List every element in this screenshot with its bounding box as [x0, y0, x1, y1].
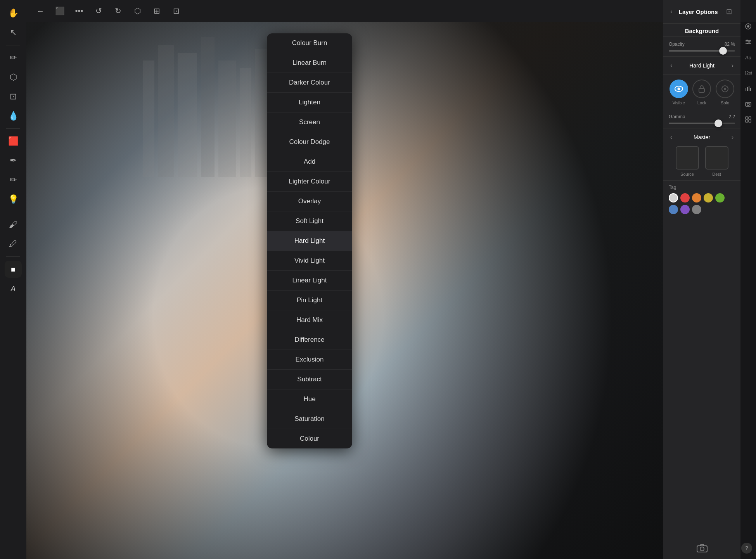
solo-button[interactable]: [716, 80, 734, 98]
blend-pin-light[interactable]: Pin Light: [267, 291, 352, 310]
master-prev[interactable]: ‹: [669, 132, 674, 142]
layer-options-header: ‹ Layer Options ⊡: [663, 0, 740, 24]
blend-colour-burn[interactable]: Colour Burn: [267, 33, 352, 53]
svg-rect-25: [746, 88, 746, 91]
opacity-slider-thumb[interactable]: [719, 47, 727, 55]
tag-dot-purple[interactable]: [680, 205, 690, 214]
tag-dot-gray[interactable]: [692, 205, 701, 214]
tool-divider-2: [6, 128, 20, 129]
gamma-slider-thumb[interactable]: [714, 119, 722, 127]
solo-control: Solo: [716, 80, 734, 105]
dest-thumb-box[interactable]: [705, 146, 728, 170]
opacity-slider-track[interactable]: [669, 50, 735, 52]
grid-button[interactable]: ⊡: [168, 3, 184, 19]
blend-soft-light[interactable]: Soft Light: [267, 211, 352, 231]
blend-linear-burn[interactable]: Linear Burn: [267, 53, 352, 73]
tool-text[interactable]: A: [5, 280, 22, 297]
blend-colour[interactable]: Colour: [267, 429, 352, 448]
gamma-section: Gamma 2.2: [663, 110, 740, 128]
text-style-icon-btn[interactable]: Aa: [742, 51, 754, 64]
share-button[interactable]: ⬡: [130, 3, 145, 19]
tool-erase[interactable]: 🖊: [5, 235, 22, 253]
help-button[interactable]: ?: [741, 543, 752, 554]
tag-dot-yellow[interactable]: [704, 193, 713, 202]
blend-hard-mix[interactable]: Hard Mix: [267, 310, 352, 330]
blend-difference[interactable]: Difference: [267, 330, 352, 350]
color-icon-btn[interactable]: [742, 20, 754, 33]
tag-dot-orange[interactable]: [692, 193, 701, 202]
master-next[interactable]: ›: [730, 132, 735, 142]
undo-button[interactable]: ↺: [91, 3, 106, 19]
blend-linear-light[interactable]: Linear Light: [267, 271, 352, 291]
svg-rect-34: [749, 120, 751, 122]
tool-fill[interactable]: 🟥: [5, 133, 22, 150]
histogram-icon-btn[interactable]: [742, 82, 754, 95]
tag-dot-green[interactable]: [715, 193, 725, 202]
svg-rect-28: [750, 88, 751, 91]
blend-lighter-colour[interactable]: Lighter Colour: [267, 172, 352, 192]
visible-control: Visible: [670, 80, 688, 105]
tool-shape[interactable]: ⬡: [5, 69, 22, 86]
camera-preview-btn[interactable]: [742, 98, 754, 110]
blend-mode-dropdown: Colour Burn Linear Burn Darker Colour Li…: [267, 33, 352, 448]
blend-mode-next[interactable]: ›: [730, 61, 735, 71]
grid-view-btn[interactable]: [742, 113, 754, 126]
svg-rect-5: [240, 68, 251, 177]
solo-label: Solo: [721, 100, 729, 105]
layer-options-close[interactable]: ⊡: [723, 5, 735, 18]
top-toolbar: ← ⬛ ••• ↺ ↻ ⬡ ⊞ ⊡: [26, 0, 756, 22]
svg-rect-26: [747, 87, 748, 91]
blend-colour-dodge[interactable]: Colour Dodge: [267, 132, 352, 152]
back-button[interactable]: ←: [33, 3, 48, 19]
blend-hue[interactable]: Hue: [267, 389, 352, 409]
blend-overlay[interactable]: Overlay: [267, 192, 352, 211]
blend-vivid-light[interactable]: Vivid Light: [267, 251, 352, 271]
blend-lighten[interactable]: Lighten: [267, 93, 352, 112]
svg-rect-31: [746, 117, 748, 119]
tool-smudge[interactable]: 💡: [5, 191, 22, 208]
blend-exclusion[interactable]: Exclusion: [267, 350, 352, 370]
opacity-label: Opacity: [669, 42, 685, 47]
blend-mode-prev[interactable]: ‹: [669, 61, 674, 71]
redo-button[interactable]: ↻: [110, 3, 126, 19]
blend-darker-colour[interactable]: Darker Colour: [267, 73, 352, 93]
blend-hard-light[interactable]: Hard Light: [267, 231, 352, 251]
color-wheel-icon: [745, 23, 751, 29]
visible-button[interactable]: [670, 80, 688, 98]
font-size-icon-btn[interactable]: 12pt: [742, 67, 754, 79]
tool-brush[interactable]: 🖌: [5, 216, 22, 233]
master-thumbnails: Source Dest: [669, 146, 735, 177]
camera-icon[interactable]: [695, 541, 709, 555]
adjustments-icon-btn[interactable]: [742, 36, 754, 48]
layer-options-back[interactable]: ‹: [669, 7, 674, 17]
more-button[interactable]: •••: [71, 3, 87, 19]
tool-draw[interactable]: ✏: [5, 49, 22, 66]
canvas-area: Colour Burn Linear Burn Darker Colour Li…: [26, 22, 663, 559]
tool-black-square[interactable]: ■: [5, 261, 22, 278]
master-section: ‹ Master › Source Dest: [663, 128, 740, 181]
tool-dropper[interactable]: 💧: [5, 107, 22, 125]
blend-subtract[interactable]: Subtract: [267, 370, 352, 389]
save-button[interactable]: ⬛: [52, 3, 67, 19]
lock-button[interactable]: [692, 80, 711, 98]
tag-label: Tag: [669, 185, 735, 190]
tag-dot-red[interactable]: [680, 193, 690, 202]
blend-saturation[interactable]: Saturation: [267, 409, 352, 429]
layer-name-section: Background: [663, 24, 740, 37]
blend-screen[interactable]: Screen: [267, 112, 352, 132]
opacity-value: 82 %: [725, 42, 735, 47]
blend-mode-current[interactable]: Hard Light: [674, 62, 730, 69]
histogram-button[interactable]: ⊞: [149, 3, 164, 19]
tool-pencil[interactable]: ✏: [5, 171, 22, 189]
blend-add[interactable]: Add: [267, 152, 352, 172]
tool-hand[interactable]: ✋: [5, 5, 22, 22]
source-thumb-box[interactable]: [676, 146, 699, 170]
gamma-slider-track[interactable]: [669, 123, 735, 124]
gamma-label-row: Gamma 2.2: [669, 114, 735, 119]
tag-dot-clear[interactable]: [669, 193, 678, 202]
tool-select[interactable]: ↖: [5, 24, 22, 41]
svg-point-30: [747, 103, 749, 106]
tool-crop[interactable]: ⊡: [5, 88, 22, 105]
tool-pen[interactable]: ✒: [5, 152, 22, 169]
tag-dot-blue[interactable]: [669, 205, 678, 214]
